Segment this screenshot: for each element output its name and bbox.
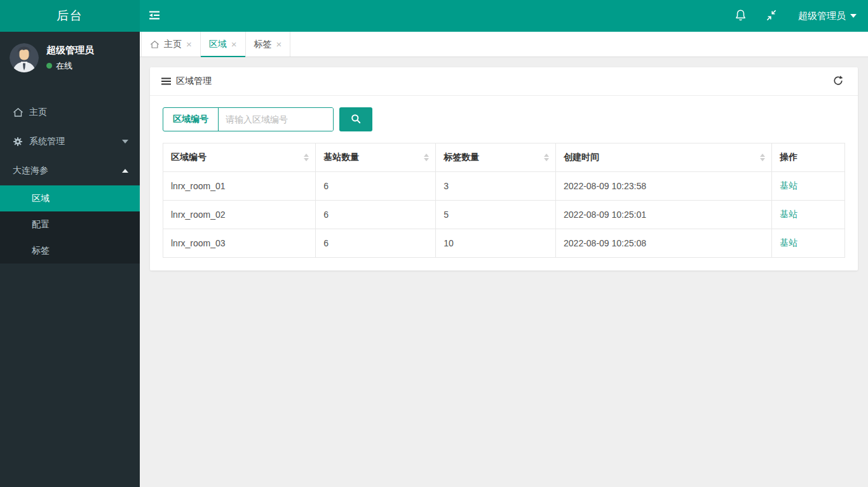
col-created-time: 创建时间	[556, 143, 772, 172]
base-station-link[interactable]: 基站	[780, 209, 797, 219]
sidebar-user-status: 在线	[46, 60, 94, 72]
panel-body: 区域编号 区域编号	[150, 96, 858, 270]
user-menu-label: 超级管理员	[798, 10, 846, 22]
search-button[interactable]	[339, 107, 372, 131]
outdent-icon	[148, 10, 161, 22]
sort-icon[interactable]	[760, 154, 765, 161]
cell-created-time: 2022-08-09 10:25:01	[556, 201, 772, 229]
sidebar-item-dalian[interactable]: 大连海参	[0, 156, 140, 185]
sidebar-submenu: 区域 配置 标签	[0, 185, 140, 264]
col-tag-count: 标签数量	[436, 143, 556, 172]
fullscreen-button[interactable]	[756, 0, 787, 32]
brand-title: 后台	[57, 8, 83, 24]
panel-title: 区域管理	[176, 76, 212, 87]
tab-home[interactable]: 主页 ×	[141, 32, 201, 57]
sidebar-subitem-config[interactable]: 配置	[0, 211, 140, 237]
search-field-label: 区域编号	[163, 108, 219, 131]
top-header: 后台	[0, 0, 868, 32]
caret-down-icon	[850, 14, 857, 18]
cell-region-code: lnrx_room_01	[163, 172, 316, 201]
main-content: 主页 × 区域 × 标签 × 区域管理	[140, 32, 868, 487]
caret-up-icon	[122, 169, 128, 173]
cell-station-count: 6	[316, 172, 436, 201]
base-station-link[interactable]: 基站	[780, 180, 797, 190]
search-icon	[351, 114, 361, 126]
region-table: 区域编号 基站数量 标签数量 创建时间	[163, 143, 845, 258]
table-row: lnrx_room_02 6 5 2022-08-09 10:25:01 基站	[163, 201, 845, 229]
gear-icon	[13, 137, 24, 147]
brand-logo[interactable]: 后台	[0, 0, 140, 32]
sidebar-item-home[interactable]: 主页	[0, 98, 140, 127]
tab-label: 区域	[209, 39, 227, 50]
cell-region-code: lnrx_room_02	[163, 201, 316, 229]
bell-icon	[735, 9, 747, 23]
sidebar-item-label: 大连海参	[13, 165, 48, 177]
compress-icon	[766, 10, 777, 23]
tab-tag[interactable]: 标签 ×	[246, 32, 291, 57]
online-status-label: 在线	[56, 60, 72, 72]
close-icon[interactable]: ×	[231, 39, 237, 49]
sort-icon[interactable]	[544, 154, 549, 161]
sort-icon[interactable]	[304, 154, 309, 161]
region-code-input[interactable]	[219, 108, 333, 131]
home-icon	[150, 40, 159, 49]
tab-label: 主页	[164, 39, 182, 50]
sidebar-subitem-label: 区域	[32, 193, 50, 204]
caret-down-icon	[122, 140, 128, 143]
notifications-button[interactable]	[725, 0, 756, 32]
cell-created-time: 2022-08-09 10:25:08	[556, 229, 772, 258]
table-header-row: 区域编号 基站数量 标签数量 创建时间	[163, 143, 845, 172]
tab-region[interactable]: 区域 ×	[201, 32, 246, 57]
online-status-dot	[46, 63, 52, 69]
close-icon[interactable]: ×	[276, 39, 282, 49]
sidebar-item-label: 主页	[29, 107, 47, 118]
cell-tag-count: 5	[436, 201, 556, 229]
sidebar-subitem-label: 标签	[32, 245, 50, 257]
col-actions: 操作	[772, 143, 845, 172]
user-menu[interactable]: 超级管理员	[787, 0, 868, 32]
sidebar-subitem-region[interactable]: 区域	[0, 185, 140, 211]
col-region-code: 区域编号	[163, 143, 316, 172]
tab-bar: 主页 × 区域 × 标签 ×	[140, 32, 868, 57]
cell-station-count: 6	[316, 201, 436, 229]
sidebar-user-info: 超级管理员 在线	[46, 44, 94, 72]
search-row: 区域编号	[163, 107, 845, 131]
tab-label: 标签	[254, 39, 272, 50]
cell-actions: 基站	[772, 229, 845, 258]
base-station-link[interactable]: 基站	[780, 237, 797, 248]
navbar: 超级管理员	[140, 0, 868, 32]
sort-icon[interactable]	[424, 154, 429, 161]
sidebar: 超级管理员 在线 主页	[0, 32, 140, 487]
cell-tag-count: 3	[436, 172, 556, 201]
avatar[interactable]	[10, 43, 39, 72]
sidebar-user-name: 超级管理员	[46, 44, 94, 57]
region-panel: 区域管理 区域编号	[150, 67, 858, 270]
home-icon	[13, 107, 24, 117]
cell-tag-count: 10	[436, 229, 556, 258]
sidebar-toggle-button[interactable]	[140, 0, 169, 32]
sidebar-subitem-label: 配置	[32, 219, 50, 230]
navbar-right: 超级管理员	[725, 0, 868, 32]
table-row: lnrx_room_01 6 3 2022-08-09 10:23:58 基站	[163, 172, 845, 201]
cell-region-code: lnrx_room_03	[163, 229, 316, 258]
table-row: lnrx_room_03 6 10 2022-08-09 10:25:08 基站	[163, 229, 845, 258]
sidebar-user-panel: 超级管理员 在线	[0, 32, 140, 86]
sidebar-item-system[interactable]: 系统管理	[0, 127, 140, 156]
sidebar-item-label: 系统管理	[29, 136, 65, 147]
close-icon[interactable]: ×	[186, 39, 192, 49]
cell-actions: 基站	[772, 201, 845, 229]
cell-created-time: 2022-08-09 10:23:58	[556, 172, 772, 201]
refresh-button[interactable]	[830, 72, 846, 91]
col-station-count: 基站数量	[316, 143, 436, 172]
cell-actions: 基站	[772, 172, 845, 201]
panel-header: 区域管理	[150, 67, 858, 96]
list-icon	[161, 77, 171, 85]
refresh-icon	[832, 75, 844, 88]
sidebar-subitem-tag[interactable]: 标签	[0, 237, 140, 264]
sidebar-menu: 主页 系统管理 大连海参	[0, 98, 140, 185]
search-input-group: 区域编号	[163, 107, 334, 131]
cell-station-count: 6	[316, 229, 436, 258]
